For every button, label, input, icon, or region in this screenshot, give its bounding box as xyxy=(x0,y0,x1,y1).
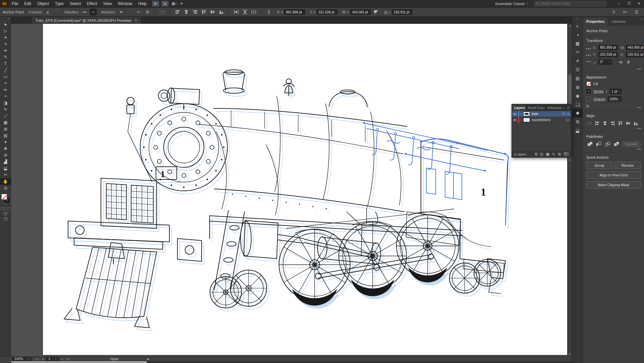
rotate-wheel-icon[interactable]: ✇ xyxy=(144,9,151,15)
minimize-button[interactable]: ─ xyxy=(614,0,624,7)
distribute-vertical-icon[interactable] xyxy=(241,9,248,15)
reference-point-icon[interactable]: ⣿ xyxy=(265,9,272,15)
horizontal-scroll-thumb[interactable] xyxy=(11,361,147,363)
menu-item[interactable]: Help xyxy=(135,0,150,7)
scroll-down-icon[interactable]: ▼ xyxy=(568,352,572,356)
align-top-icon[interactable] xyxy=(617,120,623,126)
align-left-icon[interactable] xyxy=(594,120,600,126)
align-middle-icon[interactable] xyxy=(209,9,216,15)
search-input[interactable] xyxy=(540,2,601,5)
distribute-spacing-icon[interactable] xyxy=(250,9,257,15)
artboard-tool[interactable]: ⬓ xyxy=(0,165,11,172)
lasso-tool[interactable]: ∿ xyxy=(0,41,11,48)
fill-none-swatch[interactable] xyxy=(1,194,7,200)
artboard-navigation[interactable]: 1˅ xyxy=(46,357,59,361)
layers-icon[interactable]: ❖ xyxy=(572,109,583,117)
reference-point-locator[interactable] xyxy=(586,48,591,67)
color-guide-icon[interactable]: ◑ xyxy=(572,30,583,39)
stroke-icon[interactable]: ☰ xyxy=(572,65,583,74)
symbol-sprayer-tool[interactable]: ✇ xyxy=(0,152,11,159)
rectangle-tool[interactable]: ▭ xyxy=(0,73,11,80)
cut-path-icon[interactable]: ✃ xyxy=(135,9,142,15)
curvature-tool[interactable]: ✎ xyxy=(0,54,11,61)
target-circle-icon[interactable] xyxy=(562,112,565,115)
screen-mode-icon[interactable]: ❐ xyxy=(0,216,11,222)
fill-swatch[interactable] xyxy=(586,82,591,86)
align-center-icon[interactable] xyxy=(602,120,608,126)
make-clipping-mask-icon[interactable]: ▣ xyxy=(546,152,549,156)
menu-item[interactable]: View xyxy=(100,0,115,7)
status-options-icon[interactable]: ▶ xyxy=(146,358,150,361)
align-to-pixel-grid-button[interactable]: Align to Pixel Grid xyxy=(586,171,641,179)
last-artboard-icon[interactable]: ▶❙ xyxy=(66,358,72,361)
flip-vertical-icon[interactable] xyxy=(625,59,631,65)
h-stepper[interactable]: ▲▼ xyxy=(389,11,391,13)
align-left-icon[interactable] xyxy=(174,9,181,15)
opacity-link[interactable]: Opacity xyxy=(593,97,605,101)
tab-properties[interactable]: Properties xyxy=(583,18,608,25)
next-artboard-icon[interactable]: ▶ xyxy=(60,358,64,361)
transparency-icon[interactable]: ◍ xyxy=(572,83,583,91)
connect-anchors-icon[interactable]: ⌒ xyxy=(126,9,133,15)
tab-artboards[interactable]: Artboards xyxy=(545,105,562,111)
x-stepper[interactable]: ▲▼ xyxy=(281,11,283,13)
swatches-icon[interactable]: ▦ xyxy=(572,39,583,48)
header-button[interactable]: St xyxy=(162,1,168,6)
stroke-link[interactable]: Stroke xyxy=(593,89,603,93)
panel-collapse-icon[interactable]: » xyxy=(561,107,565,111)
document-tab[interactable]: Train_EPS [Converted].eps* @ 243% (RGB/G… xyxy=(32,17,141,24)
group-button[interactable]: Group xyxy=(586,162,612,169)
menu-item[interactable]: Type xyxy=(52,0,67,7)
hand-tool[interactable]: ✋ xyxy=(0,178,11,185)
rotate-tool[interactable]: ↻ xyxy=(0,106,11,113)
make-clipping-mask-button[interactable]: Make Clipping Mask xyxy=(586,181,641,189)
selection-indicator[interactable] xyxy=(567,113,570,115)
draw-mode-icon[interactable]: ◱ xyxy=(0,210,11,216)
pathfinder-minus-front-icon[interactable] xyxy=(595,141,603,147)
appearance-more-options[interactable]: ••• xyxy=(637,106,641,109)
shaper-tool[interactable]: ✧ xyxy=(0,93,11,100)
align-right-icon[interactable] xyxy=(192,9,198,15)
transform-y-value[interactable]: 331.528 pt xyxy=(598,52,618,57)
dock-collapse-icon[interactable]: » xyxy=(572,17,583,21)
eraser-tool[interactable]: ◨ xyxy=(0,100,11,106)
pathfinder-unite-icon[interactable] xyxy=(586,141,594,147)
column-graph-tool[interactable]: ▟ xyxy=(0,159,11,165)
fx-button[interactable]: fx. xyxy=(586,104,590,108)
train-artwork[interactable]: 1 1 xyxy=(11,24,572,356)
show-handles-icon[interactable]: ⊶ xyxy=(81,9,88,15)
x-value[interactable]: 881.858 pt xyxy=(284,9,305,15)
previous-artboard-icon[interactable]: ◀ xyxy=(41,358,45,361)
y-value[interactable]: 331.528 pt xyxy=(317,9,337,15)
close-button[interactable]: ✕ xyxy=(634,0,644,7)
distribute-horizontal-icon[interactable] xyxy=(233,9,239,15)
workspace-switcher[interactable]: Essentials Classic˅ xyxy=(495,2,528,6)
remove-anchor-icon[interactable]: ✒ xyxy=(118,9,124,15)
hide-handles-icon[interactable]: ▪ xyxy=(90,9,97,15)
panel-collapse-icon[interactable]: » xyxy=(641,17,643,20)
pencil-tool[interactable]: ✏ xyxy=(0,87,11,93)
canvas[interactable]: 1 1 ▲ ▼ xyxy=(11,24,572,356)
vertical-scrollbar[interactable]: ▲ ▼ xyxy=(567,24,572,356)
visibility-toggle[interactable] xyxy=(512,111,518,117)
tab-asset-export[interactable]: Asset Expor xyxy=(526,105,545,111)
convert-to-corner-icon[interactable]: ∠ xyxy=(45,9,51,15)
gpu-performance-icon[interactable]: ✈ xyxy=(180,1,183,6)
delete-layer-icon[interactable]: ⌦ xyxy=(564,152,569,156)
locate-object-icon[interactable]: ◎ xyxy=(540,152,543,156)
menu-item[interactable]: Select xyxy=(67,0,84,7)
rotate-angle-value[interactable]: 0°˅ xyxy=(598,59,612,65)
none-mode-icon[interactable] xyxy=(7,207,10,210)
panel-menu-list-icon[interactable]: ☰ xyxy=(633,9,640,15)
line-segment-tool[interactable]: ╱ xyxy=(0,67,11,74)
toolbar-expand-icon[interactable]: » xyxy=(0,17,11,21)
appearance-icon[interactable]: ◉ xyxy=(572,91,583,100)
align-right-icon[interactable] xyxy=(609,120,615,126)
header-button[interactable]: Br xyxy=(152,1,159,6)
color-icon[interactable]: ◐ xyxy=(572,21,583,30)
target-circle-icon[interactable] xyxy=(566,118,569,121)
pathfinder-intersect-icon[interactable] xyxy=(604,141,611,147)
artboards-icon[interactable]: ⬓ xyxy=(572,126,583,135)
align-middle-icon[interactable] xyxy=(625,120,631,126)
w-value[interactable]: 443.065 pt xyxy=(350,9,371,15)
